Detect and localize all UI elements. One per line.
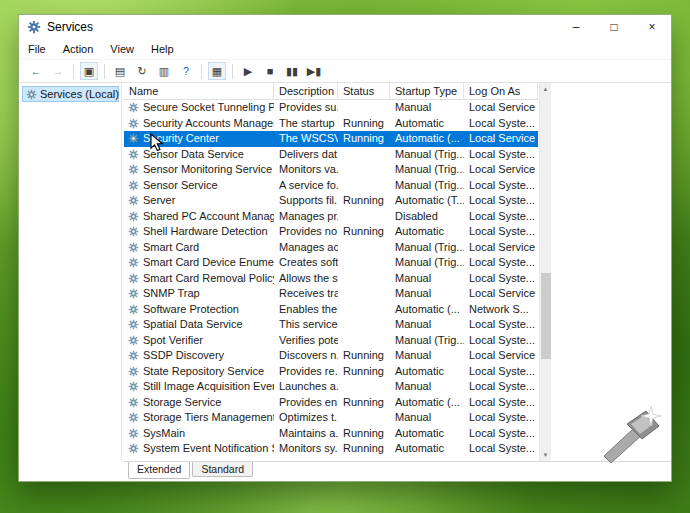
service-row[interactable]: Sensor Monitoring ServiceMonitors va...M… <box>124 162 538 178</box>
service-row[interactable]: Smart Card Removal PolicyAllows the s...… <box>124 271 538 287</box>
service-row[interactable]: System Event Notification S...Monitors s… <box>124 441 538 457</box>
service-row[interactable]: ServerSupports fil...RunningAutomatic (T… <box>124 193 538 209</box>
service-status: Running <box>338 426 390 441</box>
help-icon[interactable]: ? <box>177 62 195 80</box>
service-gear-icon <box>128 304 139 315</box>
service-logon-as: Local Syste... <box>464 209 538 224</box>
start-service-icon[interactable]: ▶ <box>239 62 257 80</box>
forward-icon[interactable]: → <box>49 62 67 80</box>
toolbar-separator <box>201 64 202 79</box>
menu-view[interactable]: View <box>110 43 134 55</box>
service-gear-icon <box>128 226 139 237</box>
pause-service-icon[interactable]: ▮▮ <box>283 62 301 80</box>
service-name: Spatial Data Service <box>124 317 274 332</box>
service-row[interactable]: SSDP DiscoveryDiscovers n...RunningManua… <box>124 348 538 364</box>
service-row[interactable]: Secure Socket Tunneling Pr...Provides su… <box>124 100 538 116</box>
service-startup-type: Disabled <box>390 209 464 224</box>
back-icon[interactable]: ← <box>27 62 45 80</box>
service-gear-icon <box>128 366 139 377</box>
column-header-name[interactable]: Name <box>124 83 274 99</box>
service-logon-as: Local Syste... <box>464 271 538 286</box>
service-logon-as: Local Syste... <box>464 410 538 425</box>
service-startup-type: Automatic <box>390 364 464 379</box>
service-gear-icon <box>128 412 139 423</box>
service-row[interactable]: Sensor Data ServiceDelivers dat...Manual… <box>124 147 538 163</box>
service-logon-as: Network S... <box>464 302 538 317</box>
scroll-up-icon[interactable]: ▲ <box>540 83 551 95</box>
properties-icon[interactable]: ▤ <box>111 62 129 80</box>
column-header-description[interactable]: Description <box>274 83 338 99</box>
service-startup-type: Manual (Trig... <box>390 333 464 348</box>
service-name: Smart Card Device Enumera... <box>124 255 274 270</box>
close-button[interactable]: × <box>633 15 671 39</box>
minimize-button[interactable]: – <box>557 15 595 39</box>
menu-help[interactable]: Help <box>151 43 174 55</box>
tree-item-services-local[interactable]: Services (Local) <box>22 86 119 102</box>
services-window: Services – □ × FileActionViewHelp ←→▣▤↻▥… <box>18 14 672 482</box>
column-header-status[interactable]: Status <box>338 83 390 99</box>
export-list-icon[interactable]: ▥ <box>155 62 173 80</box>
menu-bar: FileActionViewHelp <box>19 39 671 59</box>
service-name: Software Protection <box>124 302 274 317</box>
service-name: Shared PC Account Manager <box>124 209 274 224</box>
service-startup-type: Manual (Trig... <box>390 178 464 193</box>
service-row[interactable]: SNMP TrapReceives tra...ManualLocal Serv… <box>124 286 538 302</box>
service-row[interactable]: State Repository ServiceProvides re...Ru… <box>124 364 538 380</box>
toolbar-separator <box>232 64 233 79</box>
service-logon-as: Local Syste... <box>464 426 538 441</box>
service-gear-icon <box>128 335 139 346</box>
service-row[interactable]: Storage Tiers ManagementOptimizes t...Ma… <box>124 410 538 426</box>
tab-extended[interactable]: Extended <box>128 462 190 479</box>
extended-view-icon[interactable]: ▦ <box>208 62 226 80</box>
service-status: Running <box>338 348 390 363</box>
scroll-down-icon[interactable]: ▼ <box>540 449 551 461</box>
service-name: SysMain <box>124 426 274 441</box>
service-row[interactable]: Sensor ServiceA service fo...Manual (Tri… <box>124 178 538 194</box>
service-description: Supports fil... <box>274 193 338 208</box>
refresh-icon[interactable]: ↻ <box>133 62 151 80</box>
service-row[interactable]: Software ProtectionEnables the ...Automa… <box>124 302 538 318</box>
service-name: Smart Card <box>124 240 274 255</box>
service-row[interactable]: Security CenterThe WSCSV...RunningAutoma… <box>124 131 538 147</box>
service-description: Manages ac... <box>274 240 338 255</box>
service-gear-icon <box>128 149 139 160</box>
menu-action[interactable]: Action <box>63 43 94 55</box>
service-gear-icon <box>128 273 139 284</box>
service-row[interactable]: Shell Hardware DetectionProvides no...Ru… <box>124 224 538 240</box>
service-row[interactable]: SysMainMaintains a...RunningAutomaticLoc… <box>124 426 538 442</box>
window-title: Services <box>47 20 557 34</box>
service-row[interactable]: Smart CardManages ac...Manual (Trig...Lo… <box>124 240 538 256</box>
service-name: SNMP Trap <box>124 286 274 301</box>
service-description: Manages pr... <box>274 209 338 224</box>
tab-standard[interactable]: Standard <box>192 462 253 477</box>
services-listview: NameDescriptionStatusStartup TypeLog On … <box>124 83 538 461</box>
service-name: Server <box>124 193 274 208</box>
stop-service-icon[interactable]: ■ <box>261 62 279 80</box>
scrollbar-thumb[interactable] <box>541 273 551 359</box>
service-row[interactable]: Still Image Acquisition EventsLaunches a… <box>124 379 538 395</box>
service-gear-icon <box>128 242 139 253</box>
service-row[interactable]: Security Accounts ManagerThe startup ...… <box>124 116 538 132</box>
service-startup-type: Manual <box>390 410 464 425</box>
restart-service-icon[interactable]: ▶▮ <box>305 62 323 80</box>
maximize-button[interactable]: □ <box>595 15 633 39</box>
vertical-scrollbar[interactable]: ▲ ▼ <box>539 83 551 461</box>
column-header-startup-type[interactable]: Startup Type <box>390 83 464 99</box>
service-description: This service ... <box>274 317 338 332</box>
service-logon-as: Local Syste... <box>464 224 538 239</box>
service-row[interactable]: Storage ServiceProvides en...RunningAuto… <box>124 395 538 411</box>
service-startup-type: Manual (Trig... <box>390 162 464 177</box>
service-row[interactable]: Shared PC Account ManagerManages pr...Di… <box>124 209 538 225</box>
service-row[interactable]: Spot VerifierVerifies pote...Manual (Tri… <box>124 333 538 349</box>
service-logon-as: Local Syste... <box>464 379 538 394</box>
show-console-tree-icon[interactable]: ▣ <box>80 62 98 80</box>
menu-file[interactable]: File <box>28 43 46 55</box>
service-startup-type: Automatic <box>390 116 464 131</box>
service-gear-icon <box>128 102 139 113</box>
service-row[interactable]: Smart Card Device Enumera...Creates soft… <box>124 255 538 271</box>
column-header-log-on-as[interactable]: Log On As <box>464 83 538 99</box>
service-gear-icon <box>128 118 139 129</box>
service-row[interactable]: Spatial Data ServiceThis service ...Manu… <box>124 317 538 333</box>
title-bar[interactable]: Services – □ × <box>19 15 671 39</box>
service-description: Delivers dat... <box>274 147 338 162</box>
